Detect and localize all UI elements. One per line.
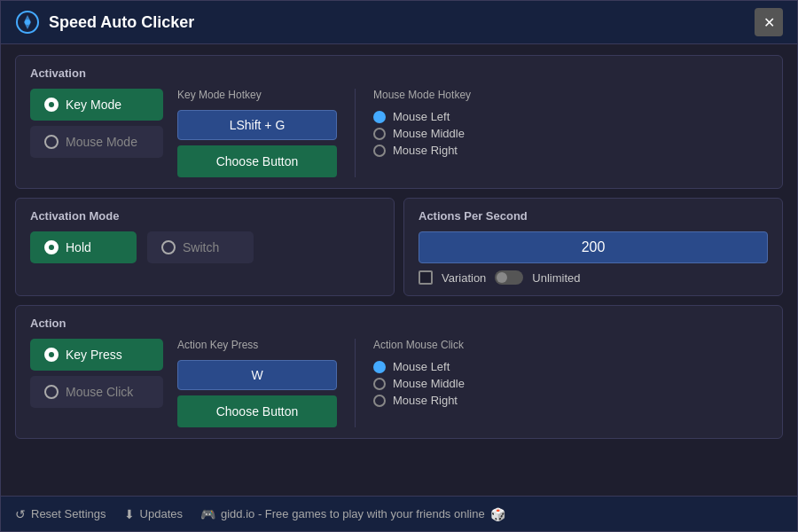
mouse-middle-radio-1 (373, 128, 386, 140)
mouse-right-label-1: Mouse Right (393, 144, 458, 157)
unlimited-label: Unlimited (532, 271, 580, 285)
action-row: Key Press Mouse Click Action Key Press W… (30, 339, 768, 427)
mouse-mode-radio (44, 135, 59, 149)
variation-label: Variation (442, 271, 486, 285)
choose-button-action[interactable]: Choose Button (177, 395, 337, 427)
action-mouse-middle-label: Mouse Middle (393, 377, 465, 390)
download-icon: ⬇ (124, 507, 135, 521)
close-button[interactable]: ✕ (755, 8, 783, 36)
middle-sections-row: Activation Mode Hold Switch Actions Per … (15, 198, 783, 296)
key-press-button[interactable]: Key Press (30, 339, 163, 371)
switch-label: Switch (183, 240, 219, 254)
hold-button[interactable]: Hold (30, 231, 137, 263)
variation-checkbox[interactable] (419, 270, 433, 285)
action-mouse-left-label: Mouse Left (393, 360, 450, 373)
mouse-mode-label: Mouse Mode (66, 135, 137, 149)
action-title: Action (30, 317, 768, 330)
mouse-right-radio-1 (373, 145, 386, 157)
key-mode-radio (44, 98, 59, 112)
key-press-radio (44, 348, 59, 362)
title-bar: Speed Auto Clicker ✕ (1, 1, 797, 44)
mouse-middle-option-1[interactable]: Mouse Middle (373, 127, 471, 140)
aps-input[interactable] (419, 231, 768, 263)
mouse-left-label-1: Mouse Left (393, 110, 450, 123)
mouse-left-radio-1 (373, 111, 386, 123)
aps-section: Actions Per Second Variation Unlimited (403, 198, 783, 296)
action-key-label: Action Key Press (177, 339, 337, 351)
dice-icon: 🎲 (490, 507, 505, 521)
svg-point-1 (25, 20, 30, 25)
game-icon: 🎮 (200, 507, 215, 521)
action-mouse-group: Action Mouse Click Mouse Left Mouse Midd… (373, 339, 465, 407)
activation-mode-row: Hold Switch (30, 231, 379, 263)
action-mouse-right-radio (373, 395, 386, 407)
reset-label: Reset Settings (31, 507, 106, 520)
main-window: Speed Auto Clicker ✕ Activation Key Mode… (0, 0, 798, 532)
mouse-click-label: Mouse Click (66, 385, 133, 399)
action-mouse-right[interactable]: Mouse Right (373, 394, 465, 407)
action-mouse-middle-radio (373, 378, 386, 390)
action-section: Action Key Press Mouse Click Action Key … (15, 305, 783, 439)
action-key-group: Action Key Press W Choose Button (177, 339, 337, 427)
mouse-right-option-1[interactable]: Mouse Right (373, 144, 471, 157)
mode-buttons: Key Mode Mouse Mode (30, 89, 163, 158)
activation-mode-section: Activation Mode Hold Switch (15, 198, 395, 296)
key-mode-button[interactable]: Key Mode (30, 89, 163, 121)
app-icon (15, 10, 40, 35)
hotkey-display: LShift + G (177, 110, 337, 140)
key-mode-label: Key Mode (66, 98, 121, 112)
switch-button[interactable]: Switch (147, 231, 254, 263)
choose-button-activation[interactable]: Choose Button (177, 145, 337, 177)
variation-row: Variation Unlimited (419, 270, 768, 285)
reset-icon: ↺ (15, 507, 26, 521)
hotkey-label: Key Mode Hotkey (177, 89, 337, 101)
action-mouse-title: Action Mouse Click (373, 339, 465, 351)
activation-row: Key Mode Mouse Mode Key Mode Hotkey LShi… (30, 89, 768, 177)
window-title: Speed Auto Clicker (49, 13, 194, 32)
action-mouse-options: Mouse Left Mouse Middle Mouse Right (373, 360, 465, 407)
title-bar-left: Speed Auto Clicker (15, 10, 194, 35)
hold-label: Hold (66, 240, 91, 254)
key-press-label: Key Press (66, 348, 122, 362)
mouse-middle-label-1: Mouse Middle (393, 127, 465, 140)
mouse-hotkey-group: Mouse Mode Hotkey Mouse Left Mouse Middl… (373, 89, 471, 157)
reset-settings-item[interactable]: ↺ Reset Settings (15, 507, 106, 521)
aps-title: Actions Per Second (419, 209, 768, 223)
mouse-click-radio (44, 385, 59, 399)
mouse-hotkey-options: Mouse Left Mouse Middle Mouse Right (373, 110, 471, 157)
activation-mode-title: Activation Mode (30, 209, 379, 223)
vertical-divider (355, 89, 356, 177)
action-mouse-left[interactable]: Mouse Left (373, 360, 465, 373)
mouse-click-button[interactable]: Mouse Click (30, 376, 163, 408)
switch-radio (161, 240, 176, 254)
action-mouse-right-label: Mouse Right (393, 394, 458, 407)
main-content: Activation Key Mode Mouse Mode Key Mode … (1, 44, 797, 496)
unlimited-toggle[interactable] (495, 270, 523, 285)
mouse-left-option-1[interactable]: Mouse Left (373, 110, 471, 123)
mouse-mode-button[interactable]: Mouse Mode (30, 126, 163, 158)
gidd-item[interactable]: 🎮 gidd.io - Free games to play with your… (200, 507, 505, 521)
vertical-divider-2 (355, 339, 356, 427)
action-mouse-middle[interactable]: Mouse Middle (373, 377, 465, 390)
activation-section: Activation Key Mode Mouse Mode Key Mode … (15, 55, 783, 189)
activation-title: Activation (30, 66, 768, 80)
key-hotkey-group: Key Mode Hotkey LShift + G Choose Button (177, 89, 337, 177)
hold-radio (44, 240, 59, 254)
action-key-display: W (177, 360, 337, 390)
mouse-hotkey-title: Mouse Mode Hotkey (373, 89, 471, 101)
action-mode-buttons: Key Press Mouse Click (30, 339, 163, 408)
updates-item[interactable]: ⬇ Updates (124, 507, 183, 521)
action-mouse-left-radio (373, 361, 386, 373)
gidd-label: gidd.io - Free games to play with your f… (221, 507, 485, 520)
footer: ↺ Reset Settings ⬇ Updates 🎮 gidd.io - F… (1, 496, 797, 531)
updates-label: Updates (140, 507, 183, 520)
